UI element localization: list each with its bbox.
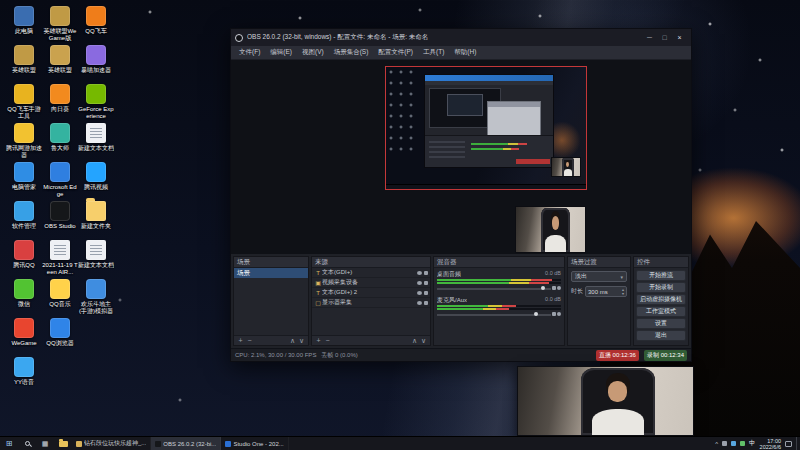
source-row[interactable]: ▣ 视频采集设备 <box>312 278 430 288</box>
duration-input[interactable]: 300 ms ▴ ▾ <box>585 286 627 297</box>
start-virtual-camera-button[interactable]: 启动虚拟摄像机 <box>636 294 686 305</box>
geforce-icon <box>86 84 106 104</box>
start-streaming-button[interactable]: 开始推流 <box>636 270 686 281</box>
webcam-source[interactable] <box>515 206 586 253</box>
desktop-icon[interactable]: 此电脑 <box>6 6 42 45</box>
scene-item[interactable]: 场景 <box>234 268 308 278</box>
desktop-icon[interactable]: 英雄联盟 <box>6 45 42 84</box>
desktop-icon[interactable]: 欢乐斗地主(手游)模拟器 <box>78 279 114 318</box>
desktop-icon[interactable]: QQ音乐 <box>42 279 78 318</box>
minimize-button[interactable]: ─ <box>642 34 657 41</box>
desktop-icon[interactable]: 软件管理 <box>6 201 42 240</box>
menu-item[interactable]: 视图(V) <box>297 48 329 57</box>
desktop-icon[interactable]: OBS Studio <box>42 201 78 240</box>
clock[interactable]: 17:00 2022/6/6 <box>760 438 781 450</box>
channel-name: 桌面音频 <box>437 270 461 278</box>
move-up-icon[interactable]: ∧ <box>288 336 297 345</box>
person-face <box>552 216 560 230</box>
source-row[interactable]: T 文本(GDI+) 2 <box>312 288 430 298</box>
desktop-icon[interactable]: 英雄联盟 <box>42 45 78 84</box>
network-icon[interactable] <box>731 441 736 446</box>
move-up-icon[interactable]: ∧ <box>410 336 419 345</box>
lock-icon[interactable] <box>424 271 428 275</box>
visibility-icon[interactable] <box>417 291 422 295</box>
desktop-icon[interactable]: 新建文本文档 <box>78 240 114 279</box>
desktop-icon[interactable]: WeGame <box>6 318 42 357</box>
source-row[interactable]: ▢ 显示器采集 <box>312 298 430 308</box>
slider-handle[interactable] <box>541 286 545 290</box>
taskbar-app[interactable]: OBS 26.0.2 (32-bi... <box>151 437 221 450</box>
spin-down-icon[interactable]: ▾ <box>622 292 624 296</box>
notification-icon[interactable] <box>785 441 792 447</box>
settings-button[interactable]: 设置 <box>636 318 686 329</box>
volume-slider[interactable] <box>437 285 561 292</box>
lock-icon[interactable] <box>424 291 428 295</box>
task-view-button[interactable]: ▦ <box>36 437 54 450</box>
gear-icon[interactable] <box>557 312 561 316</box>
desktop-icon[interactable]: 腾讯网游加速器 <box>6 123 42 162</box>
desktop-icon[interactable]: GeForce Experience <box>78 84 114 123</box>
slider-handle[interactable] <box>534 312 538 316</box>
maximize-button[interactable]: □ <box>657 34 672 41</box>
visibility-icon[interactable] <box>417 271 422 275</box>
move-down-icon[interactable]: ∨ <box>297 336 306 345</box>
start-button[interactable]: ⊞ <box>0 437 18 450</box>
webcam-window[interactable] <box>517 366 694 436</box>
close-button[interactable]: × <box>672 34 687 41</box>
tray-icon[interactable] <box>722 441 727 446</box>
menu-item[interactable]: 工具(T) <box>418 48 449 57</box>
volume-slider[interactable] <box>437 311 561 318</box>
window-title: OBS 26.0.2 (32-bit, windows) - 配置文件: 未命名… <box>247 33 642 42</box>
menu-item[interactable]: 文件(F) <box>234 48 265 57</box>
desktop-icon[interactable]: 电脑管家 <box>6 162 42 201</box>
menu-item[interactable]: 场景集合(S) <box>329 48 374 57</box>
input-method-indicator[interactable]: 中 <box>749 439 756 448</box>
visibility-icon[interactable] <box>417 281 422 285</box>
speaker-icon[interactable] <box>552 312 556 316</box>
file-explorer-button[interactable] <box>54 437 72 450</box>
menu-item[interactable]: 帮助(H) <box>449 48 481 57</box>
gear-icon[interactable] <box>557 286 561 290</box>
desktop-icon[interactable]: YY语音 <box>6 357 42 396</box>
desktop-icon[interactable]: 英雄联盟WeGame版 <box>42 6 78 45</box>
desktop-icon[interactable]: 向日葵 <box>42 84 78 123</box>
remove-icon[interactable]: − <box>245 336 254 345</box>
source-row[interactable]: T 文本(GDI+) <box>312 268 430 278</box>
show-desktop-button[interactable] <box>796 437 800 450</box>
wegame-icon <box>14 318 34 338</box>
preview-canvas[interactable] <box>231 60 691 254</box>
taskbar-app[interactable]: 钻石段位玩快乐超神_... <box>72 437 151 450</box>
add-icon[interactable]: + <box>236 336 245 345</box>
desktop-icon[interactable]: 腾讯视频 <box>78 162 114 201</box>
search-button[interactable] <box>18 437 36 450</box>
move-down-icon[interactable]: ∨ <box>419 336 428 345</box>
desktop-icon[interactable]: Microsoft Edge <box>42 162 78 201</box>
volume-icon[interactable] <box>740 441 745 446</box>
desktop-icon[interactable]: 新建文本文档 <box>78 123 114 162</box>
transition-select[interactable]: 淡出 ▾ <box>571 271 627 282</box>
menu-item[interactable]: 编辑(E) <box>265 48 297 57</box>
display-capture-source[interactable] <box>385 66 587 190</box>
desktop-icon[interactable]: 暴喵加速器 <box>78 45 114 84</box>
desktop-icon[interactable]: 新建文件夹 <box>78 201 114 240</box>
remove-icon[interactable]: − <box>323 336 332 345</box>
desktop-icon[interactable]: QQ飞车 <box>78 6 114 45</box>
hidden-icons-chevron[interactable]: ^ <box>715 441 718 447</box>
start-recording-button[interactable]: 开始录制 <box>636 282 686 293</box>
add-icon[interactable]: + <box>314 336 323 345</box>
exit-button[interactable]: 退出 <box>636 330 686 341</box>
menu-item[interactable]: 配置文件(P) <box>373 48 418 57</box>
obs-titlebar[interactable]: OBS 26.0.2 (32-bit, windows) - 配置文件: 未命名… <box>231 29 691 46</box>
desktop-icon[interactable]: QQ飞车手游工具 <box>6 84 42 123</box>
lock-icon[interactable] <box>424 281 428 285</box>
visibility-icon[interactable] <box>417 301 422 305</box>
desktop-icon[interactable]: 鲁大师 <box>42 123 78 162</box>
lock-icon[interactable] <box>424 301 428 305</box>
desktop-icon[interactable]: 微信 <box>6 279 42 318</box>
desktop-icon[interactable]: QQ浏览器 <box>42 318 78 357</box>
desktop-icon[interactable]: 2021-11-19 Teen AIR... <box>42 240 78 279</box>
taskbar-app[interactable]: Studio One - 202... <box>221 437 288 450</box>
studio-mode-button[interactable]: 工作室模式 <box>636 306 686 317</box>
desktop-icon[interactable]: 腾讯QQ <box>6 240 42 279</box>
speaker-icon[interactable] <box>552 286 556 290</box>
